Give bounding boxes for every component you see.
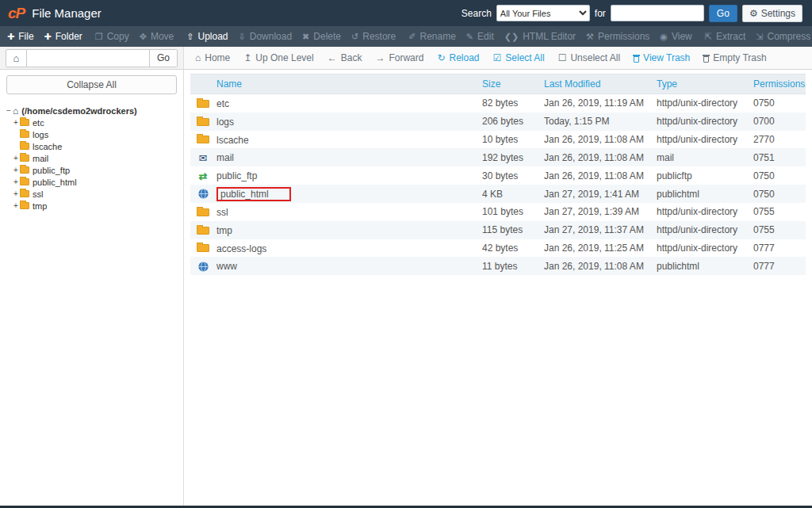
- nav-button-select-all[interactable]: ☑Select All: [493, 52, 545, 63]
- folder-icon: [20, 202, 29, 209]
- nav-toolbar: ⌂Home↥Up One Level←Back→Forward↻Reload☑S…: [184, 47, 812, 69]
- expand-toggle-icon[interactable]: +: [12, 189, 20, 198]
- toolbar-button-label: Copy: [107, 31, 129, 42]
- file-type: httpd/unix-directory: [652, 113, 749, 131]
- tree-item-tmp[interactable]: +tmp: [5, 200, 178, 212]
- table-row[interactable]: ✉mail192 bytesJan 26, 2019, 11:08 AMmail…: [190, 148, 806, 166]
- tree-item-lscache[interactable]: lscache: [5, 140, 178, 152]
- search-input[interactable]: [611, 5, 704, 21]
- file-size: 30 bytes: [477, 166, 539, 185]
- column-header-size[interactable]: Size: [477, 74, 539, 94]
- file-name[interactable]: public_html: [216, 187, 291, 201]
- toolbar-button-file[interactable]: ✚File: [7, 31, 34, 42]
- column-header-modified[interactable]: Last Modified: [539, 74, 652, 94]
- settings-button[interactable]: ⚙ Settings: [742, 5, 802, 22]
- table-row[interactable]: etc82 bytesJan 26, 2019, 11:19 AMhttpd/u…: [190, 94, 806, 113]
- nav-button-up-one-level[interactable]: ↥Up One Level: [243, 52, 313, 63]
- toolbar-button-label: Move: [151, 31, 174, 42]
- folder-tree: −⌂(/home/csdemo2wdrockers)+etclogslscach…: [0, 100, 183, 216]
- toolbar-button-restore[interactable]: ↺Restore: [351, 31, 396, 42]
- file-name[interactable]: access-logs: [216, 243, 266, 254]
- file-type: httpd/unix-directory: [652, 239, 749, 258]
- expand-toggle-icon[interactable]: +: [12, 154, 20, 162]
- file-permissions: 0751: [749, 148, 806, 166]
- toolbar-button-rename[interactable]: ✐Rename: [408, 31, 456, 42]
- nav-button-unselect-all[interactable]: ☐Unselect All: [558, 52, 620, 63]
- tree-item-ssl[interactable]: +ssl: [5, 188, 178, 200]
- path-input-group: ⌂ Go: [0, 47, 184, 69]
- file-size: 192 bytes: [477, 148, 539, 166]
- search-go-button[interactable]: Go: [709, 5, 737, 22]
- toolbar-button-compress[interactable]: ⇲Compress: [756, 31, 810, 42]
- path-input[interactable]: [27, 49, 150, 67]
- copy-icon: ❐: [95, 32, 103, 41]
- tree-item-label: public_ftp: [33, 166, 70, 175]
- file-name[interactable]: ssl: [216, 207, 228, 218]
- collapse-all-button[interactable]: Collapse All: [6, 75, 177, 94]
- folder-icon: [197, 118, 209, 126]
- collapse-toggle-icon[interactable]: −: [5, 106, 13, 115]
- toolbar-button-upload[interactable]: ⇧Upload: [186, 31, 228, 42]
- path-home-button[interactable]: ⌂: [6, 49, 27, 67]
- file-name[interactable]: mail: [216, 152, 234, 163]
- tree-item-public-html[interactable]: +public_html: [5, 176, 178, 188]
- toolbar-button-download[interactable]: ⇩Download: [239, 31, 293, 42]
- file-modified: Today, 1:15 PM: [539, 113, 652, 131]
- expand-toggle-icon[interactable]: +: [12, 166, 20, 174]
- nav-button-reload[interactable]: ↻Reload: [437, 52, 479, 63]
- toolbar-button-move[interactable]: ✥Move: [140, 31, 174, 42]
- expand-toggle-icon[interactable]: +: [12, 178, 20, 186]
- nav-button-empty-trash[interactable]: Empty Trash: [703, 52, 766, 63]
- nav-button-forward[interactable]: →Forward: [375, 52, 423, 63]
- toolbar-button-delete[interactable]: ✖Delete: [302, 31, 341, 42]
- file-name[interactable]: public_ftp: [216, 170, 257, 181]
- toolbar-button-extract[interactable]: ⇱Extract: [705, 31, 746, 42]
- path-go-button[interactable]: Go: [150, 49, 178, 67]
- table-row[interactable]: access-logs42 bytesJan 26, 2019, 11:25 A…: [190, 239, 806, 258]
- table-row[interactable]: lscache10 bytesJan 26, 2019, 11:08 AMhtt…: [190, 131, 806, 149]
- permissions-icon: ⚒: [586, 32, 594, 41]
- search-scope-select[interactable]: All Your Files: [496, 5, 590, 21]
- mail-icon: ✉: [197, 153, 209, 163]
- expand-toggle-icon[interactable]: +: [12, 118, 20, 127]
- toolbar-button-view[interactable]: ◉View: [660, 31, 691, 42]
- table-row[interactable]: tmp115 bytesJan 27, 2019, 11:37 AMhttpd/…: [190, 221, 806, 239]
- file-name[interactable]: etc: [216, 98, 229, 109]
- toolbar-button-html-editor[interactable]: ❮❯HTML Editor: [504, 31, 576, 42]
- file-type: httpd/unix-directory: [652, 94, 749, 113]
- table-row[interactable]: logs206 bytesToday, 1:15 PMhttpd/unix-di…: [190, 113, 806, 131]
- toolbar-button-folder[interactable]: ✚Folder: [44, 31, 82, 42]
- tree-item-mail[interactable]: +mail: [5, 152, 178, 164]
- nav-button-view-trash[interactable]: View Trash: [634, 52, 690, 63]
- tree-item-etc[interactable]: +etc: [5, 116, 178, 128]
- expand-toggle-icon[interactable]: +: [12, 201, 20, 210]
- file-permissions: 0755: [749, 203, 806, 221]
- toolbar-button-label: Delete: [313, 31, 341, 42]
- reload-icon: ↻: [437, 53, 445, 63]
- file-name[interactable]: www: [216, 261, 237, 272]
- table-row[interactable]: www11 bytesJan 26, 2019, 11:08 AMpublich…: [190, 257, 806, 275]
- toolbar-button-copy[interactable]: ❐Copy: [95, 31, 129, 42]
- column-header-type[interactable]: Type: [652, 74, 749, 94]
- tree-item-logs[interactable]: logs: [5, 128, 178, 140]
- file-size: 4 KB: [477, 185, 539, 203]
- file-modified: Jan 26, 2019, 11:19 AM: [539, 94, 652, 113]
- column-header-permissions[interactable]: Permissions: [749, 74, 806, 94]
- file-name[interactable]: logs: [216, 116, 234, 128]
- toolbar-button-permissions[interactable]: ⚒Permissions: [586, 31, 649, 42]
- table-row[interactable]: public_html4 KBJan 27, 2019, 1:41 AMpubl…: [190, 185, 806, 203]
- file-name[interactable]: lscache: [216, 134, 249, 145]
- code-icon: ❮❯: [504, 32, 519, 41]
- toolbar-button-edit[interactable]: ✎Edit: [466, 31, 494, 42]
- file-permissions: 2770: [749, 131, 806, 149]
- nav-button-home[interactable]: ⌂Home: [195, 52, 230, 63]
- table-row[interactable]: ssl101 bytesJan 27, 2019, 1:39 AMhttpd/u…: [190, 203, 806, 221]
- file-name[interactable]: tmp: [216, 225, 232, 236]
- table-row[interactable]: ⇄public_ftp30 bytesJan 26, 2019, 11:08 A…: [190, 166, 806, 185]
- file-modified: Jan 27, 2019, 1:41 AM: [539, 185, 652, 203]
- top-header: cP File Manager Search All Your Files fo…: [0, 0, 812, 26]
- tree-root[interactable]: −⌂(/home/csdemo2wdrockers): [5, 105, 178, 116]
- nav-button-back[interactable]: ←Back: [327, 52, 362, 63]
- column-header-name[interactable]: Name: [190, 74, 477, 94]
- tree-item-public-ftp[interactable]: +public_ftp: [5, 164, 178, 176]
